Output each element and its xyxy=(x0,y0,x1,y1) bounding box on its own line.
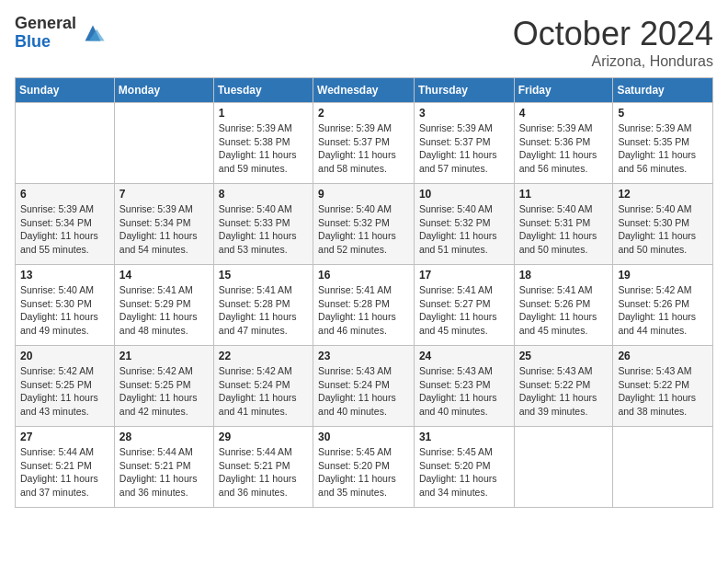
day-info: Sunrise: 5:40 AMSunset: 5:31 PMDaylight:… xyxy=(519,202,609,257)
day-info: Sunrise: 5:39 AMSunset: 5:37 PMDaylight:… xyxy=(318,121,409,176)
day-info: Sunrise: 5:39 AMSunset: 5:36 PMDaylight:… xyxy=(519,121,609,176)
day-number: 16 xyxy=(318,269,409,282)
day-number: 19 xyxy=(618,269,708,282)
calendar-header: SundayMondayTuesdayWednesdayThursdayFrid… xyxy=(16,78,713,103)
calendar-cell: 19Sunrise: 5:42 AMSunset: 5:26 PMDayligh… xyxy=(613,265,713,346)
day-number: 20 xyxy=(20,350,109,362)
day-number: 17 xyxy=(419,269,509,282)
day-info: Sunrise: 5:42 AMSunset: 5:25 PMDaylight:… xyxy=(20,364,109,419)
header-day: Wednesday xyxy=(313,78,415,103)
calendar-cell: 12Sunrise: 5:40 AMSunset: 5:30 PMDayligh… xyxy=(613,184,713,265)
logo: General Blue xyxy=(15,15,106,52)
day-number: 11 xyxy=(519,188,609,201)
day-number: 5 xyxy=(618,107,708,120)
day-number: 13 xyxy=(20,269,109,282)
calendar-cell xyxy=(114,103,213,184)
calendar-cell: 3Sunrise: 5:39 AMSunset: 5:37 PMDaylight… xyxy=(414,103,514,184)
calendar-cell: 4Sunrise: 5:39 AMSunset: 5:36 PMDaylight… xyxy=(514,103,613,184)
calendar-cell xyxy=(16,103,115,184)
day-number: 23 xyxy=(318,350,409,362)
calendar-cell: 9Sunrise: 5:40 AMSunset: 5:32 PMDaylight… xyxy=(313,184,415,265)
calendar-week-row: 27Sunrise: 5:44 AMSunset: 5:21 PMDayligh… xyxy=(16,427,713,508)
calendar-week-row: 1Sunrise: 5:39 AMSunset: 5:38 PMDaylight… xyxy=(16,103,713,184)
calendar-cell: 20Sunrise: 5:42 AMSunset: 5:25 PMDayligh… xyxy=(16,346,115,427)
day-info: Sunrise: 5:45 AMSunset: 5:20 PMDaylight:… xyxy=(318,445,409,500)
logo-blue-text: Blue xyxy=(15,33,76,52)
title-area: October 2024 Arizona, Honduras xyxy=(513,15,713,70)
calendar-cell: 31Sunrise: 5:45 AMSunset: 5:20 PMDayligh… xyxy=(414,427,514,508)
header-day: Sunday xyxy=(16,78,115,103)
day-number: 6 xyxy=(20,188,109,201)
calendar-week-row: 6Sunrise: 5:39 AMSunset: 5:34 PMDaylight… xyxy=(16,184,713,265)
calendar-week-row: 13Sunrise: 5:40 AMSunset: 5:30 PMDayligh… xyxy=(16,265,713,346)
day-info: Sunrise: 5:39 AMSunset: 5:34 PMDaylight:… xyxy=(119,202,209,257)
day-number: 14 xyxy=(119,269,209,282)
calendar-cell: 22Sunrise: 5:42 AMSunset: 5:24 PMDayligh… xyxy=(213,346,313,427)
day-number: 25 xyxy=(519,350,609,362)
calendar-cell: 2Sunrise: 5:39 AMSunset: 5:37 PMDaylight… xyxy=(313,103,415,184)
day-number: 30 xyxy=(318,431,409,443)
day-number: 18 xyxy=(519,269,609,282)
subtitle: Arizona, Honduras xyxy=(513,53,713,70)
day-number: 12 xyxy=(618,188,708,201)
day-info: Sunrise: 5:44 AMSunset: 5:21 PMDaylight:… xyxy=(119,445,209,500)
day-number: 2 xyxy=(318,107,409,120)
day-number: 29 xyxy=(219,431,308,443)
day-info: Sunrise: 5:41 AMSunset: 5:26 PMDaylight:… xyxy=(519,283,609,338)
logo-general-text: General xyxy=(15,15,76,33)
calendar-cell: 1Sunrise: 5:39 AMSunset: 5:38 PMDaylight… xyxy=(213,103,313,184)
logo-icon xyxy=(80,20,106,46)
header-day: Friday xyxy=(514,78,613,103)
day-info: Sunrise: 5:39 AMSunset: 5:34 PMDaylight:… xyxy=(20,202,109,257)
day-info: Sunrise: 5:42 AMSunset: 5:25 PMDaylight:… xyxy=(119,364,209,419)
day-info: Sunrise: 5:40 AMSunset: 5:32 PMDaylight:… xyxy=(419,202,509,257)
calendar-cell: 10Sunrise: 5:40 AMSunset: 5:32 PMDayligh… xyxy=(414,184,514,265)
day-info: Sunrise: 5:43 AMSunset: 5:24 PMDaylight:… xyxy=(318,364,409,419)
day-number: 28 xyxy=(119,431,209,443)
day-info: Sunrise: 5:39 AMSunset: 5:38 PMDaylight:… xyxy=(219,121,308,176)
day-number: 7 xyxy=(119,188,209,201)
calendar-cell: 23Sunrise: 5:43 AMSunset: 5:24 PMDayligh… xyxy=(313,346,415,427)
day-info: Sunrise: 5:40 AMSunset: 5:30 PMDaylight:… xyxy=(618,202,708,257)
day-number: 26 xyxy=(618,350,708,362)
calendar-cell: 8Sunrise: 5:40 AMSunset: 5:33 PMDaylight… xyxy=(213,184,313,265)
day-info: Sunrise: 5:41 AMSunset: 5:27 PMDaylight:… xyxy=(419,283,509,338)
day-number: 27 xyxy=(20,431,109,443)
calendar-cell: 29Sunrise: 5:44 AMSunset: 5:21 PMDayligh… xyxy=(213,427,313,508)
day-number: 22 xyxy=(219,350,308,362)
calendar-cell: 13Sunrise: 5:40 AMSunset: 5:30 PMDayligh… xyxy=(16,265,115,346)
day-info: Sunrise: 5:40 AMSunset: 5:33 PMDaylight:… xyxy=(219,202,308,257)
calendar-cell: 11Sunrise: 5:40 AMSunset: 5:31 PMDayligh… xyxy=(514,184,613,265)
calendar-cell: 27Sunrise: 5:44 AMSunset: 5:21 PMDayligh… xyxy=(16,427,115,508)
calendar-cell: 28Sunrise: 5:44 AMSunset: 5:21 PMDayligh… xyxy=(114,427,213,508)
header-day: Tuesday xyxy=(213,78,313,103)
day-info: Sunrise: 5:41 AMSunset: 5:28 PMDaylight:… xyxy=(219,283,308,338)
calendar-cell: 26Sunrise: 5:43 AMSunset: 5:22 PMDayligh… xyxy=(613,346,713,427)
day-info: Sunrise: 5:40 AMSunset: 5:32 PMDaylight:… xyxy=(318,202,409,257)
day-number: 15 xyxy=(219,269,308,282)
day-number: 10 xyxy=(419,188,509,201)
day-number: 9 xyxy=(318,188,409,201)
calendar-cell: 30Sunrise: 5:45 AMSunset: 5:20 PMDayligh… xyxy=(313,427,415,508)
calendar-cell: 14Sunrise: 5:41 AMSunset: 5:29 PMDayligh… xyxy=(114,265,213,346)
day-info: Sunrise: 5:44 AMSunset: 5:21 PMDaylight:… xyxy=(20,445,109,500)
calendar-cell: 17Sunrise: 5:41 AMSunset: 5:27 PMDayligh… xyxy=(414,265,514,346)
day-number: 1 xyxy=(219,107,308,120)
day-info: Sunrise: 5:39 AMSunset: 5:37 PMDaylight:… xyxy=(419,121,509,176)
day-number: 8 xyxy=(219,188,308,201)
day-info: Sunrise: 5:42 AMSunset: 5:26 PMDaylight:… xyxy=(618,283,708,338)
day-info: Sunrise: 5:45 AMSunset: 5:20 PMDaylight:… xyxy=(419,445,509,500)
day-info: Sunrise: 5:42 AMSunset: 5:24 PMDaylight:… xyxy=(219,364,308,419)
calendar-body: 1Sunrise: 5:39 AMSunset: 5:38 PMDaylight… xyxy=(16,103,713,508)
header-day: Monday xyxy=(114,78,213,103)
page-header: General Blue October 2024 Arizona, Hondu… xyxy=(15,15,713,70)
header-day: Thursday xyxy=(414,78,514,103)
day-info: Sunrise: 5:41 AMSunset: 5:29 PMDaylight:… xyxy=(119,283,209,338)
day-info: Sunrise: 5:43 AMSunset: 5:22 PMDaylight:… xyxy=(519,364,609,419)
calendar-cell: 7Sunrise: 5:39 AMSunset: 5:34 PMDaylight… xyxy=(114,184,213,265)
calendar-cell: 15Sunrise: 5:41 AMSunset: 5:28 PMDayligh… xyxy=(213,265,313,346)
calendar-cell: 24Sunrise: 5:43 AMSunset: 5:23 PMDayligh… xyxy=(414,346,514,427)
calendar-cell xyxy=(613,427,713,508)
calendar-cell xyxy=(514,427,613,508)
calendar-cell: 6Sunrise: 5:39 AMSunset: 5:34 PMDaylight… xyxy=(16,184,115,265)
